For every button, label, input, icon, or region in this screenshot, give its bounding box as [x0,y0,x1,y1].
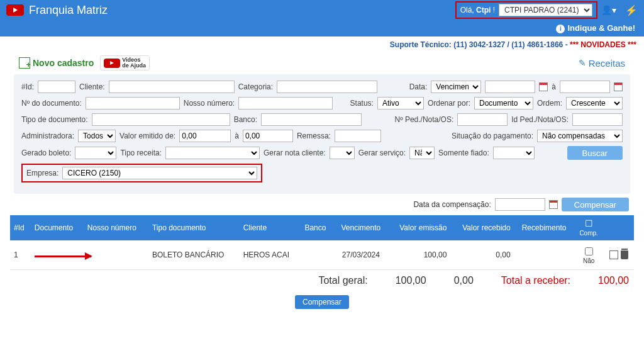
ordenar-por-label: Ordenar por: [428,99,470,108]
categoria-input[interactable] [277,81,377,93]
valor-a-label: à [235,132,239,140]
calendar-icon-2[interactable] [614,82,623,91]
th-cliente: Cliente [240,215,301,240]
th-valor-recebido: Valor recebido [450,215,514,240]
comp-label: Não [577,257,599,264]
banco-input[interactable] [261,113,362,126]
tipo-doc-label: Tipo de documento: [21,115,88,124]
cell-actions [604,240,634,270]
filter-panel: #Id: Cliente: Categoria: Data: Venciment… [14,74,630,194]
total-geral-recebido: 0,00 [454,275,474,286]
empresa-select[interactable]: CICERO (2150) [62,167,257,179]
user-menu-icon[interactable]: 👤▾ [601,5,616,15]
user-dropdown[interactable]: CTPI PADRAO (2241) [499,4,592,16]
tipo-receita-select[interactable] [165,147,260,159]
somente-fiado-label: Somente fiado: [438,149,489,157]
idped-input[interactable] [572,113,623,126]
videos-ajuda-button[interactable]: Videosde Ajuda [100,55,150,70]
bolt-icon[interactable]: ⚡ [625,4,638,16]
cell-documento [31,240,148,270]
compensar-footer-button[interactable]: Compensar [295,295,349,309]
tipo-receita-label: Tipo receita: [120,149,162,157]
cell-banco [301,240,334,270]
cell-valor-recebido: 0,00 [450,240,514,270]
novo-cadastro-icon: + [19,57,30,69]
cell-cliente: HEROS ACAI [240,240,301,270]
th-banco: Banco [301,215,334,240]
idped-label: Id Ped./Nota/OS: [511,115,569,124]
table-header-row: #Id Documento Nosso número Tipo document… [10,215,634,240]
arrow-annotation-icon [35,255,91,257]
situacao-select[interactable]: Não compensadas [537,130,623,142]
cell-id: 1 [10,240,31,270]
total-receber-value: 100,00 [598,275,629,286]
greeting-prefix: Olá, [460,6,476,14]
indique-ganhe-link[interactable]: iIndique & Ganhe! [556,23,635,33]
cell-tipo-documento: BOLETO BANCÁRIO [148,240,240,270]
data-comp-input[interactable] [495,198,545,211]
nosso-numero-input[interactable] [238,97,333,109]
empresa-label: Empresa: [26,169,58,177]
banco-label: Banco: [234,115,257,124]
valor-de-input[interactable] [179,130,231,142]
logo-icon [6,4,24,16]
tipo-doc-input[interactable] [92,113,230,126]
calendar-icon[interactable] [539,82,548,91]
gerar-nota-select[interactable] [330,147,355,159]
cliente-input[interactable] [109,81,235,93]
ndoc-input[interactable] [86,97,180,109]
cliente-label: Cliente: [79,82,105,91]
nosso-numero-label: Nosso número: [184,99,235,108]
cell-comp: Não [574,240,603,270]
th-comp: ☐Comp. [574,215,603,240]
status-select[interactable]: Ativo [377,97,424,109]
admin-select[interactable]: Todos [78,130,116,142]
gerado-boleto-label: Gerado boleto: [21,149,71,157]
novidades-link[interactable]: *** NOVIDADES *** [570,40,636,49]
calendar-icon-3[interactable] [549,200,558,209]
data-ate-input[interactable] [560,81,610,93]
compensar-button[interactable]: Compensar [562,198,629,211]
greeting-user: Ctpi [476,6,491,14]
somente-fiado-select[interactable] [493,147,535,159]
valor-emitido-label: Valor emitido de: [119,132,175,140]
id-input[interactable] [38,81,75,93]
data-label: Data: [409,82,428,91]
results-table: #Id Documento Nosso número Tipo document… [10,215,634,270]
gerar-servico-label: Gerar serviço: [358,149,406,157]
row-comp-checkbox[interactable] [585,247,593,255]
user-highlight: Olá, Ctpi ! CTPI PADRAO (2241) [455,1,597,19]
ordem-select[interactable]: Crescente [566,97,623,109]
ndoc-label: Nº do documento: [21,99,82,108]
remessa-input[interactable] [335,130,381,142]
gerado-boleto-select[interactable] [75,147,116,159]
nped-input[interactable] [457,113,508,126]
categoria-label: Categoria: [238,82,273,91]
totals-row: Total geral: 100,00 0,00 Total a receber… [0,270,644,291]
nped-label: Nº Ped./Nota/OS: [395,115,454,124]
app-title: Franquia Matriz [29,4,108,17]
valor-ate-input[interactable] [243,130,293,142]
data-tipo-select[interactable]: Vencimento: [431,81,481,93]
buscar-button[interactable]: Buscar [567,146,623,160]
th-actions [604,215,634,240]
gerar-servico-select[interactable]: Não [409,147,435,159]
th-tipo-documento: Tipo documento [148,215,240,240]
cell-valor-emissao: 100,00 [388,240,451,270]
novo-cadastro-button[interactable]: + Novo cadastro [19,57,94,69]
support-line: Suporte Técnico: (11) 3042-1327 / (11) 4… [0,36,644,53]
th-nosso-numero: Nosso número [84,215,148,240]
data-de-input[interactable] [485,81,535,93]
compensation-row: Data da compensação: Compensar [0,194,644,215]
total-geral-label: Total geral: [318,275,367,286]
ordem-label: Ordem: [537,99,562,108]
results-table-wrap: #Id Documento Nosso número Tipo document… [10,215,634,270]
table-row[interactable]: 1 BOLETO BANCÁRIO HEROS ACAI 27/03/2024 … [10,240,634,270]
delete-icon[interactable] [621,250,628,259]
ordenar-por-select[interactable]: Documento [474,97,533,109]
copy-icon[interactable] [609,250,618,259]
receitas-link[interactable]: ✎ Receitas [579,55,625,70]
data-comp-label: Data da compensação: [413,200,491,209]
th-documento: Documento [31,215,84,240]
status-label: Status: [350,99,374,108]
